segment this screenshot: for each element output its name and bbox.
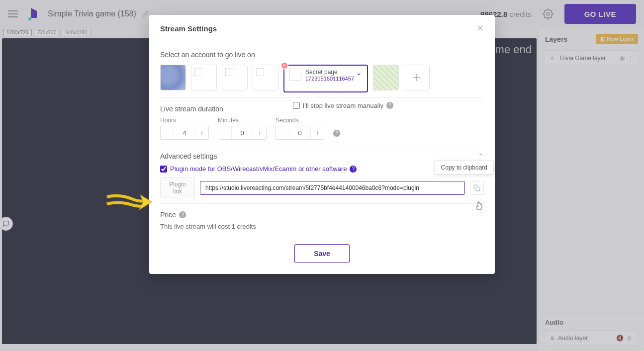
minutes-stepper[interactable]: − + bbox=[218, 126, 267, 140]
price-cost: 1 bbox=[232, 223, 235, 230]
decrement-button[interactable]: − bbox=[276, 126, 289, 139]
manual-stop-label: I'll stop live stream manually bbox=[303, 102, 383, 109]
seconds-label: Seconds bbox=[276, 117, 324, 124]
duration-label: Live stream duration bbox=[160, 105, 223, 113]
price-post: credits bbox=[235, 223, 256, 230]
hours-stepper[interactable]: − + bbox=[160, 126, 209, 140]
chevron-down-icon: ⌄ bbox=[478, 149, 484, 157]
help-icon[interactable]: ? bbox=[350, 166, 357, 173]
manual-stop-input[interactable] bbox=[293, 102, 300, 109]
increment-button[interactable]: + bbox=[253, 126, 266, 139]
copy-tooltip: Copy to clipboard bbox=[435, 161, 494, 175]
plugin-mode-label[interactable]: Plugin mode for OBS/Wirecast/vMix/Ecamm … bbox=[170, 165, 347, 173]
decrement-button[interactable]: − bbox=[218, 126, 231, 139]
svg-rect-2 bbox=[476, 187, 480, 191]
account-option[interactable] bbox=[191, 65, 217, 90]
modal-title: Stream Settings bbox=[160, 24, 217, 33]
plugin-mode-checkbox[interactable] bbox=[160, 166, 167, 173]
minutes-label: Minutes bbox=[218, 117, 267, 124]
plugin-link-input[interactable] bbox=[200, 181, 465, 195]
annotation-arrow bbox=[104, 193, 152, 213]
copy-link-button[interactable] bbox=[470, 181, 484, 195]
accounts-label: Select an account to go live on bbox=[160, 51, 484, 59]
save-button[interactable]: Save bbox=[294, 244, 350, 263]
account-option[interactable] bbox=[253, 65, 278, 90]
help-icon[interactable]: ? bbox=[333, 130, 340, 137]
manual-stop-checkbox[interactable]: I'll stop live stream manually ? bbox=[293, 102, 393, 109]
account-thumb bbox=[289, 69, 301, 81]
price-pre: This live stream will cost bbox=[160, 223, 232, 230]
price-text: This live stream will cost 1 credits bbox=[160, 223, 484, 230]
seconds-input[interactable] bbox=[289, 126, 311, 139]
plugin-link-label: Plugin link bbox=[160, 177, 195, 198]
help-icon[interactable]: ? bbox=[386, 102, 393, 109]
chevron-down-icon[interactable]: ⌄ bbox=[356, 69, 362, 77]
remove-account-icon[interactable]: ⊖ bbox=[280, 62, 288, 70]
add-account-button[interactable]: + bbox=[404, 65, 430, 90]
advanced-toggle[interactable]: Advanced settings ⌄ bbox=[160, 145, 484, 160]
account-option[interactable] bbox=[373, 65, 399, 90]
account-name: Secret page bbox=[305, 69, 356, 76]
seconds-stepper[interactable]: − + bbox=[276, 126, 324, 140]
advanced-label: Advanced settings bbox=[160, 152, 217, 160]
increment-button[interactable]: + bbox=[195, 126, 208, 139]
account-option[interactable] bbox=[222, 65, 248, 90]
increment-button[interactable]: + bbox=[311, 126, 324, 139]
hours-label: Hours bbox=[160, 117, 209, 124]
minutes-input[interactable] bbox=[231, 126, 253, 139]
stream-settings-modal: Stream Settings ✕ Select an account to g… bbox=[149, 15, 495, 274]
account-option[interactable] bbox=[160, 65, 186, 90]
account-selected[interactable]: ⊖ Secret page 1723151601116457 ⌄ bbox=[283, 65, 368, 92]
price-label: Price bbox=[160, 211, 176, 219]
hours-input[interactable] bbox=[174, 126, 195, 139]
close-modal-button[interactable]: ✕ bbox=[476, 23, 484, 34]
help-icon[interactable]: ? bbox=[179, 211, 186, 218]
decrement-button[interactable]: − bbox=[161, 126, 174, 139]
account-id: 1723151601116457 bbox=[305, 76, 356, 82]
